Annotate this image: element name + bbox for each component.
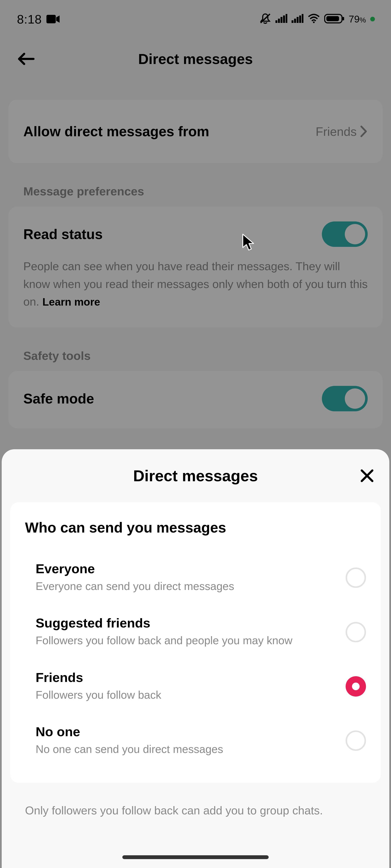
option-radio[interactable]	[345, 731, 366, 751]
option-radio[interactable]	[345, 676, 366, 696]
option-desc: No one can send you direct messages	[36, 741, 337, 757]
option-desc: Followers you follow back	[36, 687, 337, 703]
option-desc: Everyone can send you direct messages	[36, 578, 337, 594]
sheet-footnote: Only followers you follow back can add y…	[2, 783, 389, 819]
sheet-title: Direct messages	[133, 467, 258, 485]
sheet-section-title: Who can send you messages	[25, 519, 366, 536]
sheet-options-card: Who can send you messages Everyone Every…	[10, 502, 381, 783]
sheet-close-button[interactable]	[360, 468, 374, 483]
option-title: No one	[36, 724, 337, 739]
option-no-one[interactable]: No one No one can send you direct messag…	[25, 711, 366, 766]
home-indicator[interactable]	[122, 855, 269, 859]
close-icon	[360, 468, 374, 483]
option-title: Everyone	[36, 561, 337, 576]
option-friends[interactable]: Friends Followers you follow back	[25, 657, 366, 711]
option-suggested-friends[interactable]: Suggested friends Followers you follow b…	[25, 603, 366, 657]
option-title: Suggested friends	[36, 615, 337, 630]
option-everyone[interactable]: Everyone Everyone can send you direct me…	[25, 553, 366, 603]
option-radio[interactable]	[345, 622, 366, 642]
option-radio[interactable]	[345, 567, 366, 588]
dm-options-sheet: Direct messages Who can send you message…	[2, 449, 389, 868]
option-desc: Followers you follow back and people you…	[36, 632, 337, 648]
option-title: Friends	[36, 670, 337, 685]
